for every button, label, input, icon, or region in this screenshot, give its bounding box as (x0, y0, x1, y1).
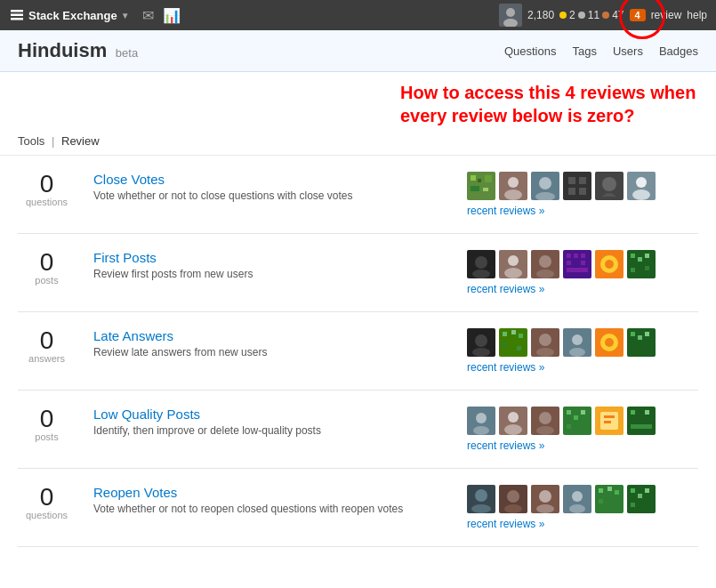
gold-dot (559, 12, 567, 19)
count-label: questions (18, 197, 76, 207)
svg-point-15 (504, 189, 522, 200)
review-link[interactable]: review (651, 9, 682, 21)
info-col: Late Answers Review late answers from ne… (93, 328, 449, 358)
reviewer-avatar (595, 485, 623, 513)
count-col: 0 posts (18, 250, 76, 286)
count-number: 0 (18, 172, 76, 197)
review-row: 0 questions Close Votes Vote whether or … (18, 156, 698, 234)
annotation-box: How to access this 4 reviews when every … (0, 72, 716, 127)
reviewer-avatar (627, 407, 656, 435)
silver-dot (578, 12, 585, 19)
inbox-icon[interactable]: ✉ (142, 7, 154, 24)
reviewer-avatar (595, 328, 623, 357)
svg-point-27 (636, 177, 647, 188)
svg-rect-112 (607, 487, 612, 491)
breadcrumb-separator: | (52, 134, 54, 148)
svg-rect-75 (645, 332, 649, 336)
svg-rect-23 (579, 188, 586, 195)
reviewer-avatar (467, 328, 495, 357)
queue-desc: Review first posts from new users (93, 268, 449, 280)
nav-badges[interactable]: Badges (659, 44, 698, 58)
site-nav: Questions Tags Users Badges (504, 44, 698, 58)
svg-point-77 (476, 413, 487, 423)
nav-users[interactable]: Users (613, 44, 643, 58)
svg-point-103 (504, 504, 522, 513)
queue-desc: Review late answers from new users (93, 346, 449, 358)
svg-rect-9 (478, 179, 481, 182)
bronze-count: 47 (612, 9, 623, 21)
queue-title-first-posts[interactable]: First Posts (93, 250, 157, 265)
avatars-col: recent reviews » (467, 328, 698, 374)
nav-questions[interactable]: Questions (504, 44, 557, 58)
brand-chevron: ▼ (121, 11, 130, 20)
svg-point-81 (504, 424, 522, 435)
svg-rect-49 (631, 254, 635, 258)
reviewer-avatar (563, 172, 591, 200)
avatar-row (467, 485, 698, 513)
svg-rect-73 (631, 332, 635, 336)
reviewer-avatar (627, 328, 656, 357)
stack-exchange-brand[interactable]: Stack Exchange ▼ (9, 7, 130, 23)
svg-point-28 (632, 189, 650, 200)
gold-count: 2 (569, 9, 575, 21)
reviewer-avatar (531, 328, 559, 357)
svg-point-105 (539, 490, 551, 503)
svg-rect-51 (645, 254, 649, 258)
queue-desc: Vote whether or not to close questions w… (93, 189, 449, 202)
svg-rect-20 (568, 177, 575, 184)
svg-point-78 (473, 426, 489, 435)
achievements-icon[interactable]: 📊 (163, 7, 181, 24)
svg-rect-93 (604, 421, 611, 423)
breadcrumb: Tools | Review (0, 127, 716, 156)
breadcrumb-tools[interactable]: Tools (18, 134, 44, 148)
help-link[interactable]: help (687, 9, 707, 21)
reviewer-avatar (595, 407, 623, 435)
svg-rect-42 (567, 261, 571, 265)
count-col: 0 questions (18, 485, 76, 520)
svg-rect-8 (471, 175, 476, 181)
svg-point-65 (536, 348, 554, 357)
svg-point-5 (506, 8, 515, 17)
recent-reviews-link[interactable]: recent reviews » (467, 361, 698, 374)
reviewer-avatar (499, 172, 527, 200)
svg-rect-43 (581, 261, 585, 265)
annotation-text: How to access this 4 reviews when every … (400, 81, 698, 127)
queue-title[interactable]: Close Votes (93, 172, 165, 187)
queue-title-late-answers[interactable]: Late Answers (93, 328, 173, 343)
queue-title-reopen[interactable]: Reopen Votes (93, 485, 177, 500)
main-content: 0 questions Close Votes Vote whether or … (0, 156, 716, 547)
svg-point-100 (471, 504, 491, 513)
svg-rect-39 (567, 254, 571, 258)
queue-desc: Vote whether or not to reopen closed que… (93, 503, 449, 515)
silver-count: 11 (588, 9, 599, 21)
avatar-row (467, 250, 698, 278)
svg-rect-89 (567, 424, 571, 429)
reviewer-avatar (531, 250, 559, 278)
recent-reviews-link[interactable]: recent reviews » (467, 205, 698, 217)
recent-reviews-link[interactable]: recent reviews » (467, 439, 698, 452)
svg-point-36 (539, 255, 551, 268)
reviewer-avatar (467, 250, 495, 278)
svg-rect-58 (503, 332, 507, 336)
review-row: 0 posts First Posts Review first posts f… (18, 234, 698, 312)
avatar[interactable] (499, 4, 522, 27)
reviewer-avatar (499, 250, 527, 278)
reviewer-avatar (531, 407, 559, 435)
svg-rect-40 (574, 254, 578, 258)
reviewer-avatar (467, 172, 495, 200)
svg-point-68 (569, 348, 585, 357)
queue-title-low-quality[interactable]: Low Quality Posts (93, 407, 200, 422)
recent-reviews-link[interactable]: recent reviews » (467, 283, 698, 295)
svg-point-106 (536, 504, 554, 513)
svg-point-55 (475, 334, 487, 347)
recent-reviews-link[interactable]: recent reviews » (467, 518, 698, 530)
svg-point-83 (539, 412, 551, 424)
svg-rect-50 (638, 257, 642, 262)
svg-rect-44 (567, 268, 588, 272)
review-count-badge[interactable]: 4 (630, 9, 646, 21)
svg-rect-60 (519, 334, 523, 338)
site-title: Hinduism (18, 39, 107, 61)
nav-tags[interactable]: Tags (572, 44, 596, 58)
reviewer-avatar (627, 485, 656, 513)
svg-rect-2 (11, 14, 23, 17)
